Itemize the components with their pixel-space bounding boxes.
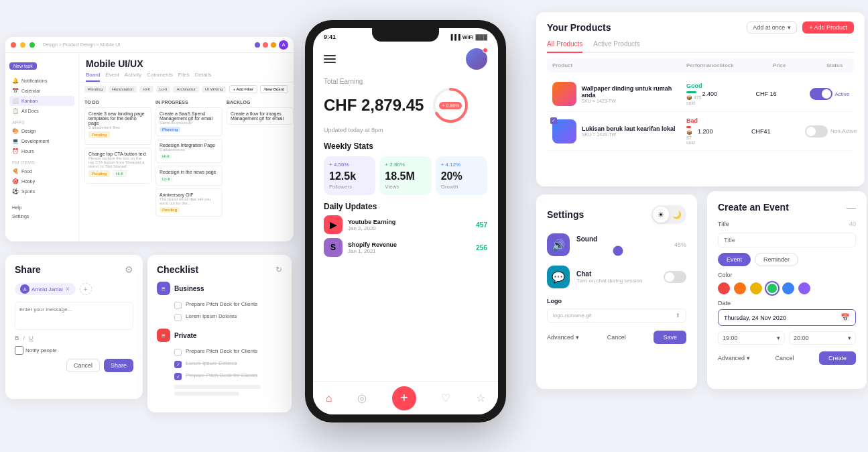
underline-button[interactable]: U	[29, 335, 34, 341]
checkbox-checked[interactable]: ✓	[174, 361, 182, 368]
date-input-wrap[interactable]: Thursday, 24 Nov 2020 📅	[718, 309, 856, 326]
filter-arch[interactable]: Architectur	[173, 86, 199, 93]
sidebar-item-hobby[interactable]: 🎯Hobby	[9, 176, 74, 186]
time-start-select[interactable]: 19:00 ▾	[718, 331, 785, 345]
user-avatar[interactable]	[466, 48, 487, 70]
tab-activity[interactable]: Activity	[125, 72, 141, 82]
event-advanced-button[interactable]: Advanced ▾	[718, 355, 750, 361]
event-type-event[interactable]: Event	[718, 253, 751, 266]
sidebar-item-food[interactable]: 🍕Food	[9, 166, 74, 176]
products-table-header: Product Performance Stock Price Status	[547, 58, 854, 72]
dark-mode-button[interactable]: 🌙	[669, 207, 685, 223]
nav-add-button[interactable]: +	[392, 386, 416, 410]
kanban-card[interactable]: Create a flow for images Management gif …	[227, 107, 294, 125]
event-create-button[interactable]: Create	[819, 351, 856, 365]
sidebar-item-design[interactable]: 🎨Design	[9, 126, 74, 136]
kanban-card[interactable]: Create 3 new landing page templates for …	[84, 107, 151, 145]
filter-lofi[interactable]: Lo-fi	[156, 86, 171, 93]
cancel-button[interactable]: Cancel	[66, 359, 100, 372]
window-maximize-dot[interactable]	[29, 42, 35, 48]
new-board-button[interactable]: New Board	[260, 85, 288, 93]
color-purple[interactable]	[798, 282, 810, 294]
sidebar-item-all-docs[interactable]: 📋All Docs	[9, 106, 74, 116]
kanban-col-todo: TO DO Create 3 new landing page template…	[84, 100, 151, 219]
status-toggle[interactable]	[805, 125, 828, 137]
advanced-button[interactable]: Advanced ▾	[547, 334, 579, 341]
color-yellow[interactable]	[750, 282, 762, 294]
sound-slider[interactable]	[576, 249, 668, 252]
new-task-button[interactable]: New task	[9, 62, 37, 70]
event-type-reminder[interactable]: Reminder	[755, 253, 798, 266]
selected-checkbox[interactable]: ✓	[550, 117, 557, 124]
tab-comments[interactable]: Comments	[147, 72, 173, 82]
bold-button[interactable]: B	[15, 335, 19, 341]
color-blue[interactable]	[782, 282, 794, 294]
filter-hifi[interactable]: Hi-fi	[139, 86, 153, 93]
kanban-card[interactable]: Create a SaaS Spend Management gif for e…	[156, 107, 223, 136]
tab-files[interactable]: Files	[178, 72, 190, 82]
event-title-input[interactable]	[718, 233, 856, 247]
sidebar-item-kanban[interactable]: ⬜Kanban	[9, 96, 74, 106]
color-green[interactable]	[766, 282, 778, 294]
refresh-icon[interactable]: ↻	[275, 265, 282, 274]
checkbox-checked[interactable]: ✓	[174, 373, 182, 380]
item-text-done: Lorem Ipsum Dolores	[186, 360, 237, 366]
message-input[interactable]	[15, 302, 133, 330]
time-end-select[interactable]: 20:00 ▾	[789, 331, 856, 345]
remove-recipient-icon[interactable]: ✕	[65, 286, 70, 292]
sidebar-item-sports[interactable]: ⚽Sports	[9, 186, 74, 196]
stat-label: Followers	[329, 184, 370, 190]
filter-pending[interactable]: Pending	[84, 86, 106, 93]
checkbox[interactable]	[174, 302, 182, 309]
checkbox[interactable]	[174, 314, 182, 321]
minimize-icon[interactable]: —	[847, 202, 856, 213]
window-minimize-dot[interactable]	[20, 42, 25, 48]
sidebar-item-hours[interactable]: ⏰Hours	[9, 146, 74, 156]
tab-details[interactable]: Details	[195, 72, 211, 82]
share-recipient-tag[interactable]: A Arnold Jamal ✕	[15, 283, 76, 295]
settings-save-button[interactable]: Save	[654, 331, 686, 344]
event-cancel-button[interactable]: Cancel	[776, 355, 794, 361]
window-close-dot[interactable]	[11, 42, 16, 48]
color-orange[interactable]	[734, 282, 746, 294]
sidebar-item-notifications[interactable]: 🔔Notifications	[9, 76, 74, 86]
sidebar-item-help[interactable]: Help	[9, 203, 74, 212]
status-toggle[interactable]	[810, 88, 832, 100]
nav-starred[interactable]: ☆	[476, 392, 485, 404]
add-at-once-button[interactable]: Add at once ▾	[747, 21, 797, 34]
checkbox[interactable]	[174, 349, 182, 356]
italic-button[interactable]: I	[23, 335, 25, 341]
logo-field[interactable]: logo-noname.gif ⬆	[547, 308, 686, 323]
light-mode-button[interactable]: ☀	[653, 207, 669, 223]
add-product-button[interactable]: + Add Product	[802, 21, 854, 34]
chat-toggle[interactable]	[664, 271, 686, 283]
kanban-card[interactable]: Change top CTA button text Please replac…	[84, 148, 151, 184]
sidebar-item-settings[interactable]: Settings	[9, 212, 74, 221]
perf-bar	[686, 126, 691, 128]
color-red[interactable]	[718, 282, 730, 294]
list-item: ✓ Prepare Pitch Deck for Clients	[157, 370, 282, 382]
sidebar-item-development[interactable]: 💻Development	[9, 136, 74, 146]
tab-all-products[interactable]: All Products	[547, 40, 582, 53]
kanban-card[interactable]: Redesign in the news page Lo-fi	[156, 166, 223, 186]
settings-cancel-button[interactable]: Cancel	[607, 334, 626, 341]
wifi-icon: WiFi	[462, 34, 474, 40]
nav-home[interactable]: ⌂	[326, 392, 332, 404]
tab-event[interactable]: Event	[105, 72, 119, 82]
kanban-card[interactable]: Anniversary GIF The brand email that wil…	[156, 188, 223, 217]
share-settings-icon[interactable]: ⚙	[125, 264, 133, 275]
add-recipient-button[interactable]: +	[80, 283, 92, 295]
filter-handstation[interactable]: Handstation	[109, 86, 137, 93]
hamburger-menu[interactable]	[324, 55, 336, 63]
share-button[interactable]: Share	[104, 359, 133, 372]
filter-ui-writing[interactable]: UI Writing	[202, 86, 226, 93]
nav-location[interactable]: ◎	[357, 392, 367, 404]
add-filter-button[interactable]: + Add Filter	[229, 85, 258, 93]
kanban-card[interactable]: Redesign Integration Page 5 attachments …	[156, 139, 223, 163]
tab-active-products[interactable]: Active Products	[593, 40, 639, 52]
nav-favorites[interactable]: ♡	[441, 392, 450, 404]
sidebar-item-calendar[interactable]: 📅Calendar	[9, 86, 74, 96]
tab-board[interactable]: Board	[86, 72, 100, 82]
notify-checkbox[interactable]	[15, 346, 23, 355]
update-date: Jan 2, 2020	[348, 225, 471, 231]
